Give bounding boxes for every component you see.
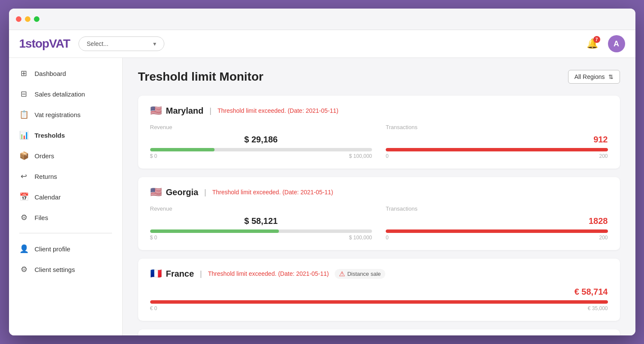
user-avatar[interactable]: A <box>608 35 625 52</box>
traffic-lights <box>16 16 39 22</box>
revenue-value-georgia: $ 58,121 <box>150 216 372 226</box>
sidebar-item-label: Files <box>35 214 48 221</box>
transactions-bar-labels-georgia: 0 200 <box>386 235 608 241</box>
distance-sale-badge: ⚠ Distance sale <box>335 269 385 279</box>
transactions-bar-georgia <box>386 229 608 233</box>
country-name-maryland: Maryland <box>166 106 204 116</box>
sidebar-item-client-profile[interactable]: 👤 Client profile <box>9 238 122 259</box>
warning-icon: ⚠ <box>339 270 345 278</box>
app-window: 1stopVAT Select... ▾ 🔔 7 A ⊞ Dashboard ⊟… <box>9 9 635 335</box>
sidebar-item-dashboard[interactable]: ⊞ Dashboard <box>9 63 122 84</box>
files-icon: ⚙ <box>19 213 29 222</box>
transactions-fill-georgia <box>386 229 608 233</box>
returns-icon: ↩ <box>19 172 29 181</box>
revenue-label: Revenue <box>150 124 372 130</box>
notifications-button[interactable]: 🔔 7 <box>585 36 600 51</box>
sidebar-item-label: Calendar <box>35 193 61 201</box>
sidebar-divider <box>19 233 112 233</box>
bar-min: 0 <box>386 235 389 241</box>
sidebar-item-sales-detalization[interactable]: ⊟ Sales detalization <box>9 84 122 104</box>
revenue-bar-labels-georgia: $ 0 $ 100,000 <box>150 235 372 241</box>
metrics-maryland: Revenue $ 29,186 $ 0 $ 100,000 Transacti… <box>150 124 608 159</box>
sidebar-item-label: Client settings <box>35 266 75 273</box>
header-actions: 🔔 7 A <box>585 35 625 52</box>
revenue-fill-maryland <box>150 148 215 151</box>
flag-icon-maryland: 🇺🇸 <box>150 105 162 116</box>
transactions-fill-maryland <box>386 148 608 151</box>
regions-select[interactable]: All Regions ⇅ <box>568 70 620 84</box>
sidebar-item-label: Sales detalization <box>35 91 85 98</box>
revenue-bar-maryland <box>150 148 372 151</box>
country-name-georgia: Georgia <box>166 187 199 197</box>
transactions-bar-labels-maryland: 0 200 <box>386 153 608 159</box>
page-title: Treshold limit Monitor <box>138 70 263 84</box>
sidebar-item-orders[interactable]: 📦 Orders <box>9 145 122 166</box>
transactions-label: Transactions <box>386 124 608 130</box>
threshold-text-france: Threshold limit exceeded. (Date: 2021-05… <box>208 270 329 277</box>
regions-chevron-icon: ⇅ <box>608 73 614 80</box>
country-header-maryland: 🇺🇸 Maryland | Threshold limit exceeded. … <box>150 105 608 116</box>
bar-min: 0 <box>386 153 389 159</box>
tresholds-icon: 📊 <box>19 130 29 140</box>
bar-max: € 35,000 <box>588 305 608 311</box>
content-header: Treshold limit Monitor All Regions ⇅ <box>138 70 620 84</box>
revenue-maryland: Revenue $ 29,186 $ 0 $ 100,000 <box>150 124 372 159</box>
revenue-label: Revenue <box>150 205 372 212</box>
sidebar-item-vat-registrations[interactable]: 📋 Vat registrations <box>9 104 122 125</box>
revenue-fill-georgia <box>150 229 279 233</box>
header: 1stopVAT Select... ▾ 🔔 7 A <box>9 30 635 58</box>
revenue-bar-labels-france: € 0 € 35,000 <box>150 305 608 311</box>
select-placeholder: Select... <box>87 40 109 47</box>
revenue-bar-labels-maryland: $ 0 $ 100,000 <box>150 153 372 159</box>
revenue-bar-france <box>150 300 608 304</box>
country-block-maryland: 🇺🇸 Maryland | Threshold limit exceeded. … <box>138 96 620 169</box>
bar-min: $ 0 <box>150 153 157 159</box>
sales-icon: ⊟ <box>19 89 29 99</box>
revenue-value-france: € 58,714 <box>150 287 608 297</box>
minimize-button[interactable] <box>25 16 30 22</box>
transactions-georgia: Transactions 1828 0 200 <box>386 205 608 241</box>
metrics-georgia: Revenue $ 58,121 $ 0 $ 100,000 Transacti… <box>150 205 608 241</box>
sidebar-item-client-settings[interactable]: ⚙ Client settings <box>9 259 122 280</box>
company-select[interactable]: Select... ▾ <box>79 36 164 51</box>
notification-badge: 7 <box>593 36 600 43</box>
revenue-value-maryland: $ 29,186 <box>150 135 372 145</box>
threshold-text-georgia: Threshold limit exceeded. (Date: 2021-05… <box>212 189 333 196</box>
vat-icon: 📋 <box>19 110 29 119</box>
sidebar: ⊞ Dashboard ⊟ Sales detalization 📋 Vat r… <box>9 58 123 335</box>
client-settings-icon: ⚙ <box>19 265 29 274</box>
revenue-georgia: Revenue $ 58,121 $ 0 $ 100,000 <box>150 205 372 241</box>
logo: 1stopVAT <box>19 37 70 51</box>
country-block-arkansas: 🇺🇸 Arkansas | Threshold limit exceeded. … <box>138 329 620 335</box>
bar-min: € 0 <box>150 305 157 311</box>
bar-max: $ 100,000 <box>349 153 372 159</box>
sidebar-item-label: Orders <box>35 152 54 160</box>
sidebar-item-label: Dashboard <box>35 70 66 77</box>
bar-max: $ 100,000 <box>349 235 372 241</box>
distance-sale-label: Distance sale <box>347 271 381 277</box>
close-button[interactable] <box>16 16 21 22</box>
threshold-text-maryland: Threshold limit exceeded. (Date: 2021-05… <box>218 107 339 114</box>
maximize-button[interactable] <box>34 16 39 22</box>
transactions-label: Transactions <box>386 205 608 212</box>
sidebar-item-label: Returns <box>35 173 57 180</box>
dashboard-icon: ⊞ <box>19 69 29 78</box>
revenue-bar-georgia <box>150 229 372 233</box>
country-header-georgia: 🇺🇸 Georgia | Threshold limit exceeded. (… <box>150 187 608 198</box>
main-layout: ⊞ Dashboard ⊟ Sales detalization 📋 Vat r… <box>9 58 635 335</box>
sidebar-item-calendar[interactable]: 📅 Calendar <box>9 187 122 207</box>
bar-max: 200 <box>599 153 608 159</box>
bar-min: $ 0 <box>150 235 157 241</box>
content-area: Treshold limit Monitor All Regions ⇅ 🇺🇸 … <box>123 58 635 335</box>
sidebar-item-label: Client profile <box>35 245 70 253</box>
calendar-icon: 📅 <box>19 192 29 202</box>
flag-icon-georgia: 🇺🇸 <box>150 187 162 198</box>
sidebar-item-returns[interactable]: ↩ Returns <box>9 166 122 187</box>
orders-icon: 📦 <box>19 151 29 160</box>
country-name-france: France <box>166 269 194 279</box>
sidebar-item-label: Tresholds <box>35 132 65 139</box>
country-block-georgia: 🇺🇸 Georgia | Threshold limit exceeded. (… <box>138 177 620 250</box>
sidebar-item-files[interactable]: ⚙ Files <box>9 207 122 228</box>
client-profile-icon: 👤 <box>19 244 29 253</box>
sidebar-item-tresholds[interactable]: 📊 Tresholds <box>9 125 122 145</box>
